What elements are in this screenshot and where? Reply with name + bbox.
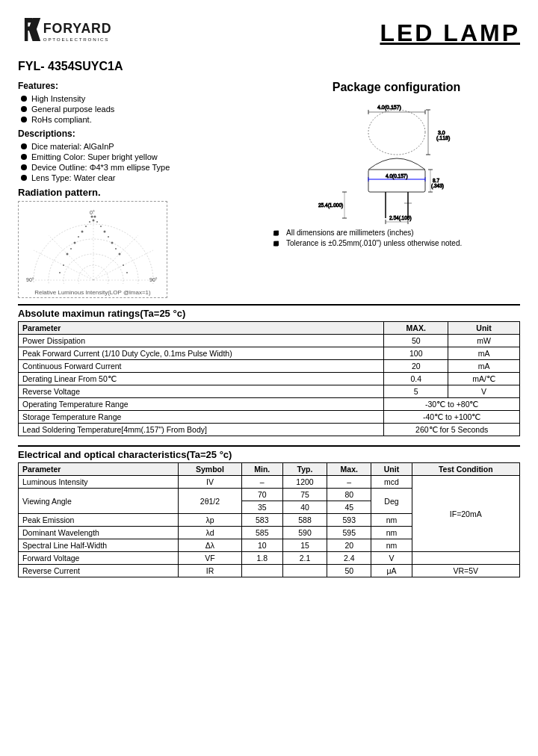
- svg-text:FORYARD: FORYARD: [43, 21, 112, 36]
- svg-text:0°: 0°: [90, 210, 95, 215]
- svg-text:3.0: 3.0: [438, 130, 445, 135]
- col-test-condition: Test Condition: [412, 463, 519, 476]
- electrical-table: Parameter Symbol Min. Typ. Max. Unit Tes…: [18, 462, 520, 577]
- col-max: Max.: [327, 463, 371, 476]
- radiation-section: Radiation pattern.: [18, 187, 265, 298]
- right-column: Package configuration 4.0(0.157) 3.0 (.1…: [273, 81, 520, 298]
- svg-text:8.7: 8.7: [433, 178, 439, 183]
- descriptions-title: Descriptions:: [18, 128, 265, 139]
- part-number: FYL- 4354SUYC1A: [18, 60, 520, 73]
- table-header-row: Parameter Symbol Min. Typ. Max. Unit Tes…: [19, 463, 520, 476]
- table-row: Continuous Forward Current 20 mA: [19, 360, 520, 373]
- electrical-section: Electrical and optical characteristics(T…: [18, 445, 520, 577]
- svg-point-30: [78, 236, 79, 238]
- features-title: Features:: [18, 81, 265, 91]
- logo-area: FORYARD OPTOELECTRONICS: [18, 13, 137, 52]
- table-row: Lead Soldering Temperature[4mm(.157") Fr…: [19, 424, 520, 436]
- svg-text:(.118): (.118): [436, 135, 450, 141]
- note-1: All dimensions are millimeters (inches): [273, 229, 462, 237]
- svg-text:2.54(.100): 2.54(.100): [389, 215, 412, 221]
- table-row: Operating Temperature Range -30℃ to +80℃: [19, 398, 520, 411]
- col-unit: Unit: [371, 463, 412, 476]
- left-column: Features: High Instensity General purpos…: [18, 81, 265, 298]
- svg-point-18: [81, 231, 84, 233]
- table-row: Luminous Intensity IV – 1200 – mcd IF=20…: [19, 476, 520, 489]
- bullet-icon: [21, 106, 27, 112]
- bullet-icon: [21, 117, 27, 123]
- package-diagram: 4.0(0.157) 3.0 (.118) 25.4(1.: [315, 99, 479, 226]
- svg-text:4.0(0.157): 4.0(0.157): [377, 105, 401, 111]
- note-2: Tolerance is ±0.25mm(.010") unless other…: [273, 239, 462, 247]
- svg-text:OPTOELECTRONICS: OPTOELECTRONICS: [43, 37, 109, 42]
- feature-item-2: General purpose leads: [21, 105, 265, 114]
- table-row: Storage Temperature Range -40℃ to +100℃: [19, 411, 520, 424]
- svg-text:90°: 90°: [26, 277, 34, 282]
- svg-line-12: [93, 235, 138, 280]
- svg-point-29: [100, 226, 102, 227]
- svg-point-27: [126, 272, 128, 273]
- svg-point-24: [63, 264, 64, 266]
- svg-point-34: [91, 216, 93, 218]
- table-row: Reverse Voltage 5 V: [19, 385, 520, 398]
- svg-point-26: [59, 272, 61, 273]
- svg-point-23: [119, 253, 121, 255]
- svg-text:4.0(0.157): 4.0(0.157): [386, 173, 408, 179]
- radiation-caption: Relative Luminous Intensity(LOP @lmax=1): [19, 289, 167, 296]
- electrical-title: Electrical and optical characteristics(T…: [18, 445, 520, 460]
- table-row: Derating Linear From 50℃ 0.4 mA/℃: [19, 373, 520, 385]
- absolute-ratings-section: Absolute maximun ratings(Ta=25 °c) Param…: [18, 304, 520, 436]
- notes-area: All dimensions are millimeters (inches) …: [273, 229, 462, 250]
- col-parameter: Parameter: [19, 463, 179, 476]
- table-row: Forward Voltage VF 1.8 2.1 2.4 V: [19, 552, 520, 565]
- radiation-dots: 0° 90° 90°: [22, 205, 163, 284]
- radiation-diagram: 0° 90° 90° Relative Luminous Intensity(L…: [18, 201, 167, 298]
- col-max: MAX.: [384, 322, 448, 335]
- desc-item-2: Emitting Color: Super bright yellow: [21, 152, 265, 161]
- diamond-icon: [271, 238, 281, 248]
- svg-text:(.343): (.343): [431, 183, 444, 189]
- svg-point-33: [115, 248, 117, 250]
- absolute-ratings-title: Absolute maximun ratings(Ta=25 °c): [18, 304, 520, 319]
- svg-point-35: [94, 216, 96, 218]
- svg-text:25.4(1.000): 25.4(1.000): [318, 202, 343, 208]
- svg-point-22: [67, 253, 69, 255]
- svg-point-39: [368, 110, 425, 155]
- table-row: Reverse Current IR 50 μA VR=5V: [19, 565, 520, 577]
- bullet-icon: [21, 143, 27, 149]
- svg-point-25: [123, 264, 124, 266]
- bullet-icon: [21, 154, 27, 160]
- col-symbol: Symbol: [179, 463, 241, 476]
- svg-point-31: [108, 236, 109, 238]
- feature-item-3: RoHs compliant.: [21, 115, 265, 124]
- bullet-icon: [21, 164, 27, 170]
- package-config-title: Package configuration: [333, 81, 461, 94]
- features-package-section: Features: High Instensity General purpos…: [18, 81, 520, 298]
- svg-line-11: [49, 235, 93, 280]
- absolute-ratings-table: Parameter MAX. Unit Power Dissipation 50…: [18, 321, 520, 436]
- table-row: Peak Forward Current (1/10 Duty Cycle, 0…: [19, 347, 520, 360]
- diamond-icon: [271, 228, 281, 238]
- desc-item-3: Device Outline: Φ4*3 mm ellipse Type: [21, 163, 265, 172]
- svg-point-17: [96, 221, 98, 223]
- features-list: High Instensity General purpose leads Ro…: [21, 94, 265, 124]
- desc-item-1: Dice material: AlGaInP: [21, 142, 265, 151]
- svg-point-32: [70, 248, 72, 250]
- svg-point-28: [85, 226, 87, 227]
- svg-point-15: [93, 220, 95, 222]
- page-header: FORYARD OPTOELECTRONICS LED LAMP: [18, 13, 520, 52]
- descriptions-list: Dice material: AlGaInP Emitting Color: S…: [21, 142, 265, 182]
- table-header-row: Parameter MAX. Unit: [19, 322, 520, 335]
- radiation-title: Radiation pattern.: [18, 187, 265, 198]
- desc-item-4: Lens Type: Water clear: [21, 173, 265, 182]
- svg-point-19: [104, 231, 106, 233]
- col-min: Min.: [241, 463, 282, 476]
- col-typ: Typ.: [282, 463, 327, 476]
- table-row: Power Dissipation 50 mW: [19, 335, 520, 347]
- svg-point-21: [111, 242, 114, 244]
- company-logo: FORYARD OPTOELECTRONICS: [18, 13, 137, 52]
- svg-point-20: [74, 242, 76, 244]
- page-title: LED LAMP: [380, 13, 520, 47]
- svg-point-16: [89, 221, 90, 223]
- svg-text:90°: 90°: [149, 277, 158, 282]
- feature-item-1: High Instensity: [21, 94, 265, 103]
